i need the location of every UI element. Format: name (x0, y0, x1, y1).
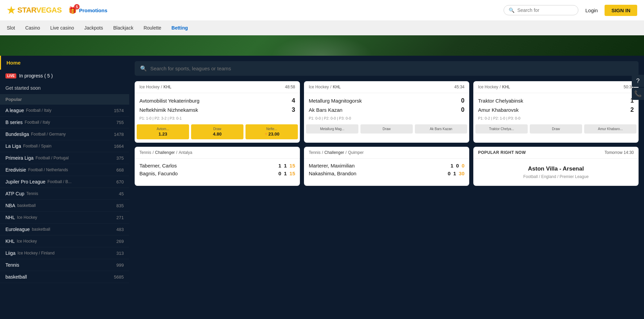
popular-time: Tomorrow 14:30 (605, 150, 634, 155)
tennis-2-s2-set2: 1 (453, 171, 456, 176)
sidebar-item-liiga[interactable]: Liiga Ice Hockey / Finland 313 (0, 247, 129, 259)
nav-item-jackpots[interactable]: Jackpots (84, 21, 103, 35)
match-card-1: Ice Hockey / KHL 48:58 Avtomobilist Yeka… (135, 81, 300, 143)
match-cards-grid: Ice Hockey / KHL 48:58 Avtomobilist Yeka… (135, 81, 639, 143)
sidebar-item-nba[interactable]: NBA basketball 835 (0, 200, 129, 212)
card-2-header: Ice Hockey / KHL 45:34 (304, 81, 469, 93)
sidebar-live-matches[interactable]: LIVE In progress ( 5 ) (0, 70, 129, 82)
tennis-1-header: Tennis / Challenger / Antalya (135, 147, 300, 159)
sidebar-item-jupiler[interactable]: Jupiler Pro League Football / B... 670 (0, 176, 129, 188)
popular-title: POPULAR RIGHT NOW (478, 150, 526, 155)
tennis-2-s1-current: 0 (462, 163, 464, 169)
sidebar-home-label: Home (6, 60, 21, 66)
logo-text: STARVEGAS (17, 6, 62, 15)
sidebar-item-nhl[interactable]: NHL Ice Hockey 271 (0, 212, 129, 224)
card-2-odds: Metallurg Mag... Draw Ak Bars Kazan (304, 124, 469, 137)
gift-icon: 🎁 5 (68, 6, 77, 14)
phone-icon: 📞 (634, 90, 642, 98)
sidebar-item-basketball[interactable]: basketball 5685 (0, 271, 129, 283)
sidebar-item-bundesliga[interactable]: Bundesliga Football / Germany 1478 (0, 128, 129, 140)
logo-star-icon: ★ (7, 5, 15, 16)
tennis-2-s1-set2: 0 (456, 163, 459, 169)
sidebar-item-primeiraliga[interactable]: Primeira Liga Football / Portugal 375 (0, 152, 129, 164)
sports-search-input[interactable] (150, 66, 633, 71)
main-content: 🔍 Ice Hockey / KHL 48:58 A (129, 56, 644, 319)
sidebar-item-euroleague[interactable]: Euroleague basketball 483 (0, 224, 129, 235)
card-1-odds: Avtom... 1.23 Draw 4.80 Nefte... ▼23.00 (135, 124, 300, 143)
tennis-card-2: Tennis / Challenger / Quimper Marterer, … (304, 147, 469, 186)
card-1-odds-team2[interactable]: Nefte... ▼23.00 (245, 124, 298, 139)
card-3-odds-team2: Amur Khabaro... (584, 124, 637, 134)
sidebar-item-laliga[interactable]: La Liga Football / Spain 1664 (0, 140, 129, 152)
card-1-odds-draw[interactable]: Draw 4.80 (191, 124, 243, 139)
nav-item-casino[interactable]: Casino (25, 21, 40, 35)
nav-item-roulette[interactable]: Roulette (143, 21, 161, 35)
card-1-team2: Neftekhimik Nizhnekamsk (139, 107, 198, 113)
card-1-odds-arrow: ▼ (264, 131, 268, 137)
tennis-1-s2-set2: 1 (284, 171, 287, 176)
sidebar-get-started[interactable]: Get started soon (0, 82, 129, 94)
nav-item-live-casino[interactable]: Live casino (50, 21, 74, 35)
promotions-button[interactable]: 🎁 5 Promotions (68, 6, 107, 14)
tennis-2-league: Challenger (324, 150, 344, 155)
popular-match: Aston Villa - Arsenal (478, 165, 634, 172)
sidebar-home[interactable]: Home (0, 56, 129, 70)
second-row-cards: Tennis / Challenger / Antalya Taberner, … (135, 147, 639, 186)
match-card-3: Ice Hockey / KHL 50:30 Traktor Chelyabin… (473, 81, 639, 143)
tennis-1-s1-current: 15 (289, 163, 295, 169)
sidebar-item-aleague[interactable]: A league Football / Italy 1574 (0, 105, 129, 117)
tennis-1-s1-set2: 1 (284, 163, 287, 169)
card-2-team2: Ak Bars Kazan (309, 107, 342, 113)
sports-search-icon: 🔍 (140, 65, 147, 72)
nav-item-blackjack[interactable]: Blackjack (113, 21, 133, 35)
card-2-league: KHL (333, 85, 341, 89)
sidebar-item-eredivisie[interactable]: Eredivisie Football / Netherlands 668 (0, 164, 129, 176)
tennis-1-s2-set1: 0 (278, 171, 281, 176)
card-1-header: Ice Hockey / KHL 48:58 (135, 81, 300, 93)
header-search-input[interactable] (517, 7, 573, 13)
search-icon: 🔍 (509, 7, 514, 13)
card-2-score2: 0 (461, 106, 464, 113)
card-2-odds-team1: Metallurg Mag... (306, 124, 358, 134)
tennis-2-sublabel: Quimper (348, 150, 363, 155)
sidebar-item-bseries[interactable]: B series Football / Italy 755 (0, 117, 129, 128)
card-1-odds-team1[interactable]: Avtom... 1.23 (137, 124, 189, 139)
tennis-1-s2-current: 15 (289, 171, 295, 176)
card-3-odds-team1: Traktor Chelya... (475, 124, 528, 134)
hero-banner (0, 35, 644, 56)
sidebar-item-tennis[interactable]: Tennis 999 (0, 259, 129, 271)
card-3-header: Ice Hockey / KHL 50:30 (473, 81, 639, 93)
tennis-2-team1: Marterer, Maximilian (309, 163, 355, 169)
help-question-button[interactable]: ? (632, 75, 644, 87)
sidebar-popular-header: Popular (0, 94, 129, 105)
popular-card[interactable]: POPULAR RIGHT NOW Tomorrow 14:30 Aston V… (473, 147, 639, 186)
tennis-1-team2: Bagnis, Facundo (139, 171, 178, 176)
tennis-1-league: Challenger (155, 150, 175, 155)
card-2-score1: 0 (461, 97, 464, 104)
card-3-team2: Amur Khabarovsk (478, 107, 519, 113)
nav-item-slot[interactable]: Slot (7, 21, 15, 35)
tennis-2-s2-current: 30 (459, 171, 464, 176)
header-search[interactable]: 🔍 (504, 5, 578, 15)
tennis-2-team2: Nakashima, Brandon (309, 171, 356, 176)
tennis-2-header: Tennis / Challenger / Quimper (304, 147, 469, 159)
sidebar-item-khl[interactable]: KHL Ice Hockey 269 (0, 235, 129, 247)
sports-search-bar[interactable]: 🔍 (135, 61, 639, 76)
signin-button[interactable]: SIGN IN (605, 5, 637, 16)
card-1-score1: 4 (292, 97, 295, 104)
nav-item-betting[interactable]: Betting (171, 21, 188, 35)
card-2-team1: Metallurg Magnitogorsk (309, 98, 362, 104)
logo[interactable]: ★ STARVEGAS (7, 5, 62, 16)
card-3-sport: Ice Hockey (478, 85, 498, 89)
match-card-2: Ice Hockey / KHL 45:34 Metallurg Magnito… (304, 81, 469, 143)
card-3-score2: 2 (630, 106, 634, 113)
login-button[interactable]: Login (585, 7, 598, 13)
card-1-score2: 3 (292, 106, 295, 113)
card-1-time: 48:58 (285, 85, 295, 89)
tennis-card-1: Tennis / Challenger / Antalya Taberner, … (135, 147, 300, 186)
card-1-period: P1: 1-0 | P2: 3-2 | P3: 0-1 (139, 116, 295, 120)
tennis-1-team1: Taberner, Carlos (139, 163, 177, 169)
help-widget: ? 📞 (632, 75, 644, 100)
sidebar-item-atpcup[interactable]: ATP Cup Tennis 45 (0, 188, 129, 200)
help-phone-button[interactable]: 📞 (632, 88, 644, 100)
